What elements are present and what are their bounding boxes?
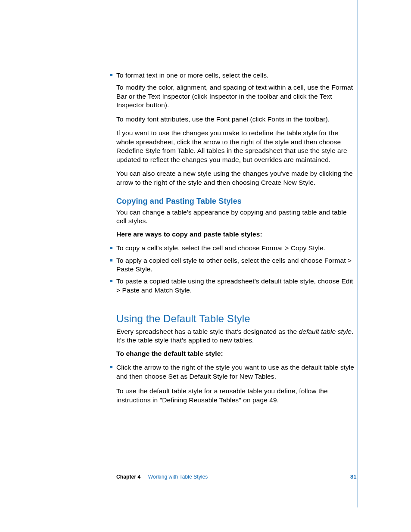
paragraph: You can also create a new style using th…	[116, 169, 355, 187]
paragraph: Every spreadsheet has a table style that…	[116, 327, 355, 345]
text: Every spreadsheet has a table style that…	[116, 328, 299, 335]
paragraph: To modify the color, alignment, and spac…	[116, 83, 355, 109]
bullet-item: To apply a copied cell style to other ce…	[116, 256, 355, 274]
bullet-text: To copy a cell's style, select the cell …	[116, 244, 355, 252]
page-number: 81	[350, 473, 357, 480]
footer-chapter: Chapter 4	[116, 474, 140, 480]
footer-title: Working with Table Styles	[148, 474, 208, 480]
subheading-copy-paste: Copying and Pasting Table Styles	[116, 196, 355, 207]
italic-text: default table style	[299, 328, 352, 335]
heading-default-style: Using the Default Table Style	[116, 312, 355, 326]
square-bullet-icon	[110, 247, 112, 249]
square-bullet-icon	[110, 280, 112, 282]
bullet-item: To format text in one or more cells, sel…	[116, 71, 355, 80]
bullet-text: To format text in one or more cells, sel…	[116, 71, 355, 80]
paragraph: If you want to use the changes you make …	[116, 129, 355, 164]
square-bullet-icon	[110, 259, 112, 261]
bullet-item: Click the arrow to the right of the styl…	[116, 363, 355, 381]
page-footer: Chapter 4 Working with Table Styles 81	[116, 474, 358, 480]
lead-in: To change the default table style:	[116, 349, 355, 358]
body-content: To format text in one or more cells, sel…	[116, 71, 355, 410]
square-bullet-icon	[110, 74, 112, 76]
bullet-item: To copy a cell's style, select the cell …	[116, 244, 355, 252]
bullet-text: To apply a copied cell style to other ce…	[116, 256, 355, 274]
paragraph: To use the default table style for a reu…	[116, 387, 355, 404]
page: To format text in one or more cells, sel…	[0, 0, 411, 532]
bullet-item: To paste a copied table using the spread…	[116, 277, 355, 295]
lead-in: Here are ways to copy and paste table st…	[116, 230, 355, 239]
right-rule	[358, 0, 358, 507]
paragraph: To modify font attributes, use the Font …	[116, 115, 355, 124]
bullet-text: To paste a copied table using the spread…	[116, 277, 355, 295]
bullet-text: Click the arrow to the right of the styl…	[116, 363, 355, 381]
paragraph: You can change a table's appearance by c…	[116, 208, 355, 226]
square-bullet-icon	[110, 366, 112, 368]
